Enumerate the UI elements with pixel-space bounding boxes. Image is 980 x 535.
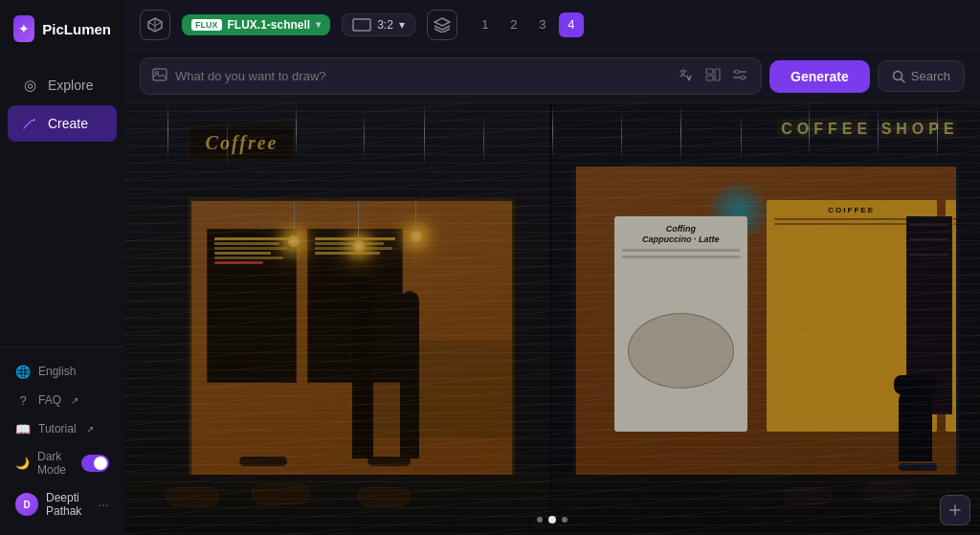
svg-line-11 — [901, 78, 904, 82]
svg-rect-4 — [706, 76, 713, 80]
tab-numbers: 1 2 3 4 — [473, 12, 584, 37]
dot-2 — [548, 516, 556, 524]
cup-illustration — [628, 313, 734, 389]
tab-4[interactable]: 4 — [559, 12, 584, 37]
pavement-right — [552, 475, 980, 535]
cube-icon-button[interactable] — [140, 10, 170, 40]
cp-line-2 — [622, 256, 740, 258]
ratio-selector[interactable]: 3:2 ▾ — [342, 13, 415, 36]
dark-mode-toggle[interactable] — [81, 455, 109, 472]
tutorial-label: Tutorial — [38, 422, 77, 435]
shelf-1 — [909, 224, 948, 226]
chevron-down-icon: ▾ — [316, 19, 321, 30]
svg-rect-5 — [715, 69, 720, 80]
svg-point-8 — [735, 70, 739, 74]
shop-name-right: COFFEE SHOPE — [781, 121, 958, 137]
sidebar: ✦ PicLumen ◎ Explore Create 🌐 English ? … — [0, 0, 124, 535]
coiffee-label: COIFFEE — [772, 206, 931, 214]
lamp-bulb-3 — [410, 230, 423, 243]
tab-2[interactable]: 2 — [501, 12, 526, 37]
logo-area: ✦ PicLumen — [0, 0, 124, 57]
external-link-icon-2: ↗ — [86, 424, 94, 435]
shop-window-left — [189, 198, 516, 483]
street-table-2 — [252, 483, 309, 504]
avatar: D — [15, 493, 38, 516]
carffies-label: CARFFIES — [951, 206, 959, 214]
reading-person — [899, 385, 937, 471]
person-silhouette-2 — [400, 291, 419, 458]
globe-icon: 🌐 — [15, 364, 31, 379]
more-icon: ··· — [98, 497, 109, 512]
pendant-lamp-1 — [287, 201, 301, 248]
scene-left: Coffree — [124, 103, 552, 535]
shelf-3 — [909, 254, 948, 256]
street-table-1 — [167, 487, 219, 506]
yb2-line-1 — [953, 218, 959, 220]
create-icon — [21, 115, 38, 132]
person-silhouette-1 — [352, 277, 373, 458]
scene-container: Coffree CoffingCappuccino · Latte — [124, 103, 980, 535]
svg-point-9 — [741, 76, 745, 79]
poster-title: CoffingCappuccino · Latte — [620, 224, 742, 245]
dark-mode-row: 🌙 Dark Mode — [8, 443, 117, 483]
street-table-right-2 — [783, 487, 831, 504]
coffee-poster: CoffingCappuccino · Latte — [614, 216, 747, 432]
sidebar-item-label: Explore — [48, 78, 93, 93]
bottom-dots — [537, 516, 568, 524]
search-button[interactable]: Search — [878, 60, 965, 92]
yb2-line-2 — [953, 223, 959, 225]
corner-expand-button[interactable] — [940, 495, 970, 525]
dot-1 — [537, 517, 543, 523]
image-canvas: Coffree CoffingCappuccino · Latte — [124, 103, 980, 535]
translate-icon[interactable] — [677, 66, 696, 86]
moon-icon: 🌙 — [15, 457, 30, 470]
sidebar-item-create[interactable]: Create — [8, 105, 117, 142]
toggle-knob — [94, 457, 107, 470]
arms — [894, 375, 937, 394]
tab-1[interactable]: 1 — [473, 12, 498, 37]
table-surface-1 — [239, 457, 287, 466]
compass-icon: ◎ — [21, 77, 38, 94]
question-icon: ? — [15, 392, 31, 408]
sidebar-footer: 🌐 English ? FAQ ↗ 📖 Tutorial ↗ 🌙 Dark Mo… — [0, 346, 124, 535]
settings-icon[interactable] — [730, 66, 749, 86]
main-content: FLUX FLUX.1-schnell ▾ 3:2 ▾ 1 2 3 4 — [124, 0, 980, 535]
pendant-lamp-2 — [352, 201, 366, 253]
magic-icon[interactable] — [703, 66, 723, 86]
logo-icon: ✦ — [13, 15, 34, 42]
signboard-left: Coffree — [189, 125, 296, 161]
lamp-cord-2 — [358, 201, 359, 239]
search-label: Search — [911, 69, 950, 83]
model-badge: FLUX — [191, 19, 222, 31]
tab-3[interactable]: 3 — [530, 12, 555, 37]
logo-text: PicLumen — [42, 21, 111, 37]
book-icon: 📖 — [15, 421, 31, 436]
sidebar-item-explore[interactable]: ◎ Explore — [8, 67, 117, 103]
tutorial-item[interactable]: 📖 Tutorial ↗ — [8, 414, 117, 443]
generate-button[interactable]: Generate — [769, 60, 870, 93]
prompt-input-wrap — [140, 57, 762, 95]
svg-rect-0 — [353, 19, 370, 31]
language-label: English — [38, 365, 76, 378]
image-icon — [152, 68, 167, 84]
signboard-right: COFFEE SHOPE — [781, 121, 958, 138]
lamp-bulb-2 — [352, 239, 366, 253]
dark-mode-label: Dark Mode — [37, 450, 81, 477]
lamp-bulb — [287, 234, 301, 248]
dot-3 — [562, 517, 568, 523]
lamp-cord — [294, 201, 295, 234]
faq-item[interactable]: ? FAQ ↗ — [8, 386, 117, 414]
layers-button[interactable] — [427, 10, 457, 40]
language-item[interactable]: 🌐 English — [8, 357, 117, 386]
topbar: FLUX FLUX.1-schnell ▾ 3:2 ▾ 1 2 3 4 — [124, 0, 980, 50]
search-icon — [892, 70, 905, 83]
model-selector[interactable]: FLUX FLUX.1-schnell ▾ — [182, 14, 330, 35]
shop-name-left: Coffree — [206, 132, 278, 153]
svg-rect-3 — [706, 69, 713, 74]
faq-label: FAQ — [38, 393, 61, 407]
dark-mode-left: 🌙 Dark Mode — [15, 450, 81, 477]
cp-line-1 — [622, 249, 740, 252]
shop-window-right: CoffingCappuccino · Latte COIFFEE CARFFI… — [573, 164, 958, 501]
prompt-input[interactable] — [175, 69, 669, 83]
user-row[interactable]: D Deepti Pathak ··· — [8, 483, 117, 525]
